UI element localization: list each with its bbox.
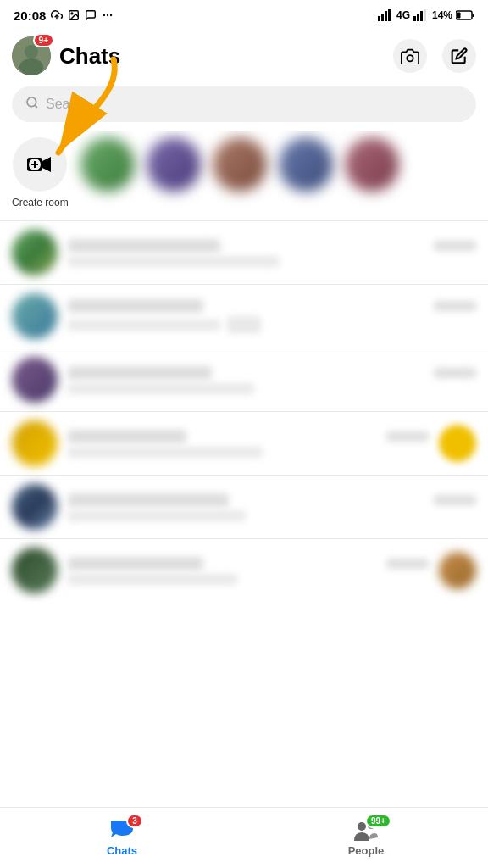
- status-bar: 20:08 4G 14%: [0, 0, 488, 31]
- upload-icon: [51, 9, 63, 21]
- people-badge: 99+: [365, 814, 391, 828]
- story-item-5[interactable]: [345, 137, 399, 192]
- chat-content-2: [68, 299, 476, 333]
- header-icons: [393, 39, 476, 73]
- svg-rect-7: [381, 14, 384, 21]
- chat-avatar-4: [12, 420, 58, 466]
- chat-content-1: [68, 239, 476, 267]
- camera-button[interactable]: [393, 39, 427, 73]
- story-avatar-2: [147, 137, 201, 192]
- video-plus-icon: [27, 154, 53, 175]
- chat-msg-1: [68, 256, 280, 267]
- svg-rect-16: [473, 14, 474, 17]
- nav-item-chats[interactable]: 3 Chats: [0, 808, 244, 868]
- create-room-button[interactable]: [13, 137, 67, 192]
- svg-point-4: [107, 14, 108, 16]
- chat-item-3[interactable]: [0, 348, 488, 411]
- svg-point-20: [407, 55, 413, 61]
- chat-item-2[interactable]: [0, 285, 488, 348]
- svg-point-2: [71, 13, 73, 14]
- message-icon: [85, 9, 97, 21]
- chat-content-4: [68, 430, 429, 458]
- svg-rect-8: [385, 11, 387, 21]
- story-item-3[interactable]: [213, 137, 267, 192]
- search-icon: [25, 96, 39, 113]
- chat-msg-6: [68, 574, 237, 585]
- stories-row: Create room: [0, 131, 488, 220]
- edit-button[interactable]: [442, 39, 476, 73]
- search-placeholder: Search: [46, 97, 89, 112]
- chat-content-3: [68, 366, 476, 394]
- chat-right-dot-4: [439, 425, 476, 462]
- svg-rect-10: [413, 16, 416, 21]
- story-item-2[interactable]: [147, 137, 201, 192]
- search-bar[interactable]: Search: [12, 86, 476, 122]
- chat-msg-3: [68, 383, 254, 394]
- chat-time-2: [434, 301, 476, 311]
- chat-name-row-5: [68, 493, 476, 507]
- battery-level: 14%: [432, 9, 452, 21]
- story-avatar-1: [80, 137, 135, 192]
- chat-item-6[interactable]: [0, 539, 488, 602]
- chat-time-1: [434, 241, 476, 251]
- chat-msg-2: [68, 320, 220, 331]
- signal-icon-2: [413, 9, 429, 21]
- chat-name-row-4: [68, 430, 429, 443]
- chat-name-row-2: [68, 299, 476, 313]
- network-type: 4G: [396, 9, 410, 21]
- chat-item-1[interactable]: [0, 221, 488, 284]
- svg-rect-13: [424, 9, 426, 21]
- chats-badge: 3: [126, 814, 143, 828]
- svg-marker-24: [42, 157, 51, 172]
- avatar-wrap[interactable]: 9+: [12, 36, 51, 75]
- chat-item-5[interactable]: [0, 476, 488, 538]
- signal-icon: [378, 9, 393, 21]
- chat-msg-5: [68, 510, 246, 521]
- chat-avatar-2: [12, 293, 58, 339]
- story-item-4[interactable]: [279, 137, 333, 192]
- svg-rect-11: [417, 14, 419, 21]
- svg-point-29: [358, 822, 366, 831]
- nav-icon-people: 99+: [352, 819, 380, 843]
- chat-time-4: [386, 431, 429, 442]
- edit-icon: [451, 47, 468, 64]
- nav-item-people[interactable]: 99+ People: [244, 808, 488, 868]
- chat-name-1: [68, 239, 220, 253]
- header: 9+ Chats: [0, 31, 488, 81]
- chat-content-6: [68, 557, 429, 585]
- chat-avatar-5: [12, 484, 58, 530]
- header-title: Chats: [59, 43, 393, 70]
- battery-icon: [456, 10, 474, 20]
- chat-list: [0, 221, 488, 602]
- story-avatar-4: [279, 137, 333, 192]
- chat-name-row-6: [68, 557, 429, 570]
- status-time: 20:08: [14, 8, 46, 23]
- chat-msg-4: [68, 447, 263, 458]
- svg-rect-15: [458, 13, 461, 19]
- svg-point-21: [27, 97, 36, 107]
- svg-rect-9: [388, 9, 391, 21]
- create-room-item[interactable]: Create room: [12, 137, 69, 209]
- story-avatar-5: [345, 137, 399, 192]
- chat-avatar-1: [12, 230, 58, 275]
- nav-icon-chats: 3: [109, 819, 135, 843]
- svg-point-19: [19, 58, 43, 75]
- people-label: People: [348, 844, 385, 857]
- image-icon: [68, 9, 80, 21]
- chat-time-5: [434, 495, 476, 505]
- bottom-nav: 3 Chats 99+ People: [0, 807, 488, 868]
- camera-icon: [401, 47, 419, 64]
- status-left: 20:08: [14, 8, 114, 23]
- chats-label: Chats: [107, 844, 137, 857]
- chat-name-row-3: [68, 366, 476, 380]
- svg-line-22: [35, 105, 37, 108]
- chat-right-avatar-6: [439, 552, 476, 589]
- chat-name-6: [68, 557, 203, 570]
- chat-content-5: [68, 493, 476, 521]
- chat-item-4[interactable]: [0, 412, 488, 475]
- chat-name-3: [68, 366, 212, 380]
- story-item-1[interactable]: [80, 137, 135, 192]
- more-icon: [102, 9, 114, 21]
- status-right: 4G 14%: [378, 9, 474, 21]
- svg-rect-12: [420, 11, 423, 21]
